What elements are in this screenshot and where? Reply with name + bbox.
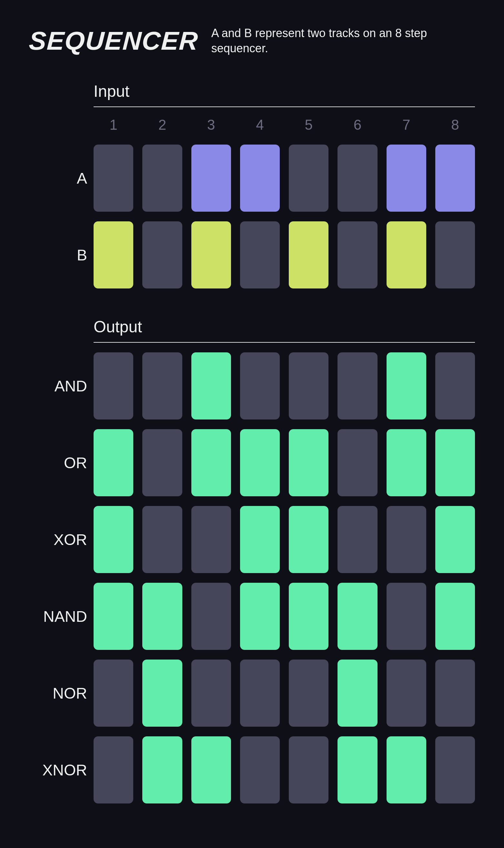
step-cell[interactable] bbox=[142, 736, 182, 804]
step-cell[interactable] bbox=[386, 353, 426, 419]
header: SEQUENCER A and B represent two tracks o… bbox=[29, 26, 475, 56]
step-cell[interactable] bbox=[289, 736, 328, 804]
step-cell[interactable] bbox=[289, 145, 328, 212]
step-cell[interactable] bbox=[338, 221, 377, 288]
step-cell[interactable] bbox=[338, 660, 377, 727]
step-cell[interactable] bbox=[338, 583, 377, 650]
step-cell[interactable] bbox=[289, 583, 328, 650]
column-label: 5 bbox=[289, 117, 328, 133]
column-label: 7 bbox=[386, 117, 426, 133]
input-row: B bbox=[94, 221, 475, 288]
step-cell[interactable] bbox=[435, 660, 475, 727]
step-cell[interactable] bbox=[94, 736, 133, 804]
step-cell[interactable] bbox=[191, 660, 231, 727]
step-cell[interactable] bbox=[435, 506, 475, 573]
step-cell[interactable] bbox=[435, 736, 475, 804]
column-label: 6 bbox=[338, 117, 377, 133]
output-row: NAND bbox=[94, 583, 475, 650]
step-cell[interactable] bbox=[142, 145, 182, 212]
output-row-cells bbox=[94, 736, 475, 804]
input-section: Input 12345678 AB bbox=[94, 82, 475, 288]
step-cell[interactable] bbox=[142, 506, 182, 573]
step-cell[interactable] bbox=[94, 145, 133, 212]
step-cell[interactable] bbox=[338, 429, 377, 496]
column-label: 3 bbox=[191, 117, 231, 133]
column-label: 8 bbox=[435, 117, 475, 133]
step-cell[interactable] bbox=[386, 583, 426, 650]
step-cell[interactable] bbox=[386, 221, 426, 288]
step-cell[interactable] bbox=[289, 660, 328, 727]
input-row: A bbox=[94, 145, 475, 212]
step-cell[interactable] bbox=[435, 353, 475, 419]
output-row: XNOR bbox=[94, 736, 475, 804]
step-cell[interactable] bbox=[191, 145, 231, 212]
column-label: 4 bbox=[240, 117, 280, 133]
step-cell[interactable] bbox=[142, 429, 182, 496]
input-row-label: B bbox=[29, 246, 87, 264]
output-row-cells bbox=[94, 429, 475, 496]
step-cell[interactable] bbox=[386, 506, 426, 573]
input-row-label: A bbox=[29, 169, 87, 187]
step-cell[interactable] bbox=[240, 736, 280, 804]
step-cell[interactable] bbox=[191, 736, 231, 804]
step-cell[interactable] bbox=[240, 145, 280, 212]
output-rule bbox=[94, 342, 475, 343]
step-cell[interactable] bbox=[191, 583, 231, 650]
step-cell[interactable] bbox=[142, 660, 182, 727]
step-cell[interactable] bbox=[435, 221, 475, 288]
step-cell[interactable] bbox=[191, 353, 231, 419]
step-cell[interactable] bbox=[289, 353, 328, 419]
step-cell[interactable] bbox=[142, 353, 182, 419]
output-row-label: AND bbox=[29, 377, 87, 395]
step-cell[interactable] bbox=[435, 429, 475, 496]
step-cell[interactable] bbox=[240, 660, 280, 727]
step-cell[interactable] bbox=[338, 736, 377, 804]
output-heading: Output bbox=[94, 318, 475, 336]
output-section: Output ANDORXORNANDNORXNOR bbox=[94, 318, 475, 804]
step-cell[interactable] bbox=[94, 506, 133, 573]
input-rule bbox=[94, 107, 475, 107]
step-cell[interactable] bbox=[289, 506, 328, 573]
step-cell[interactable] bbox=[191, 221, 231, 288]
output-row-cells bbox=[94, 583, 475, 650]
step-cell[interactable] bbox=[142, 583, 182, 650]
step-cell[interactable] bbox=[289, 429, 328, 496]
step-cell[interactable] bbox=[240, 583, 280, 650]
output-row-label: OR bbox=[29, 454, 87, 471]
input-row-cells bbox=[94, 145, 475, 212]
step-cell[interactable] bbox=[142, 221, 182, 288]
step-cell[interactable] bbox=[240, 506, 280, 573]
output-row-label: XOR bbox=[29, 530, 87, 548]
step-cell[interactable] bbox=[94, 583, 133, 650]
step-cell[interactable] bbox=[191, 506, 231, 573]
step-cell[interactable] bbox=[289, 221, 328, 288]
output-row-cells bbox=[94, 353, 475, 419]
step-cell[interactable] bbox=[338, 145, 377, 212]
step-cell[interactable] bbox=[240, 429, 280, 496]
step-cell[interactable] bbox=[240, 353, 280, 419]
step-cell[interactable] bbox=[94, 221, 133, 288]
step-cell[interactable] bbox=[338, 506, 377, 573]
output-row: XOR bbox=[94, 506, 475, 573]
step-cell[interactable] bbox=[435, 583, 475, 650]
step-cell[interactable] bbox=[191, 429, 231, 496]
output-row-label: XNOR bbox=[29, 761, 87, 779]
output-row: AND bbox=[94, 353, 475, 419]
app-subtitle: A and B represent two tracks on an 8 ste… bbox=[211, 26, 437, 56]
step-cell[interactable] bbox=[94, 660, 133, 727]
output-row-cells bbox=[94, 660, 475, 727]
step-cell[interactable] bbox=[386, 145, 426, 212]
output-row: NOR bbox=[94, 660, 475, 727]
step-cell[interactable] bbox=[386, 736, 426, 804]
step-cell[interactable] bbox=[240, 221, 280, 288]
step-cell[interactable] bbox=[94, 353, 133, 419]
input-heading: Input bbox=[94, 82, 475, 101]
step-cell[interactable] bbox=[435, 145, 475, 212]
step-cell[interactable] bbox=[386, 660, 426, 727]
step-cell[interactable] bbox=[94, 429, 133, 496]
step-cell[interactable] bbox=[386, 429, 426, 496]
column-label: 1 bbox=[94, 117, 133, 133]
column-label: 2 bbox=[142, 117, 182, 133]
step-cell[interactable] bbox=[338, 353, 377, 419]
output-row-cells bbox=[94, 506, 475, 573]
